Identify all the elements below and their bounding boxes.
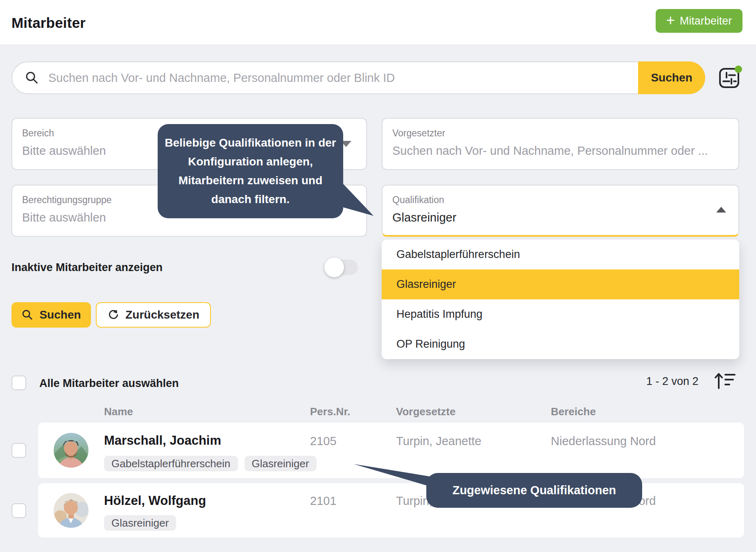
row1-bereiche: Niederlassung Nord <box>551 434 656 448</box>
qualifikation-select[interactable]: Qualifikation Glasreiniger <box>382 185 739 237</box>
column-header-vorgesetzte: Vorgesetzte <box>396 405 455 418</box>
dropdown-option-gabelstaplerfuehrerschein[interactable]: Gabelstaplerführerschein <box>382 240 739 269</box>
plus-icon: + <box>666 13 675 28</box>
sort-button[interactable] <box>714 371 736 391</box>
berechtigungsgruppe-placeholder: Bitte auswählen <box>22 211 106 224</box>
vorgesetzter-label: Vorgesetzter <box>392 128 445 139</box>
row1-vorgesetzte: Turpin, Jeanette <box>396 434 482 448</box>
qualifikation-value: Glasreiniger <box>392 211 456 224</box>
avatar-photo-joachim <box>54 433 88 468</box>
bereich-placeholder: Bitte auswählen <box>22 144 106 158</box>
filter-search-button[interactable]: Suchen <box>11 302 91 328</box>
qualification-tag: Gabelstaplerführerschein <box>104 456 238 471</box>
result-count: 1 - 2 von 2 <box>646 375 699 388</box>
filter-search-label: Suchen <box>39 308 81 321</box>
vorgesetzter-placeholder: Suchen nach Vor- und Nachname, Personaln… <box>392 144 708 158</box>
row2-name: Hölzel, Wolfgang <box>104 493 206 508</box>
dropdown-option-glasreiniger-selected[interactable]: Glasreiniger <box>382 269 739 299</box>
page-header: Mitarbeiter + Mitarbeiter <box>0 0 756 45</box>
add-employee-button[interactable]: + Mitarbeiter <box>656 9 742 33</box>
assigned-qualifications-tooltip: Zugewiesene Qualifikationen <box>426 473 642 508</box>
column-header-persnr: Pers.Nr. <box>310 405 350 418</box>
filter-settings-button[interactable] <box>717 65 742 90</box>
inactive-employees-toggle[interactable] <box>327 260 358 275</box>
row2-tags: Glasreiniger <box>104 515 176 531</box>
row2-checkbox[interactable] <box>11 503 26 518</box>
berechtigungsgruppe-label: Berechtigungsgruppe <box>22 195 112 206</box>
qualifikation-label: Qualifikation <box>392 195 444 206</box>
dropdown-option-op-reinigung[interactable]: OP Reinigung <box>382 329 739 359</box>
avatar-photo-wolfgang <box>54 493 88 528</box>
toggle-knob <box>324 258 344 277</box>
page-title: Mitarbeiter <box>11 15 86 31</box>
row1-persnr: 2105 <box>310 434 337 448</box>
qualification-tag: Glasreiniger <box>104 515 176 531</box>
dropdown-option-hepatitis-impfung[interactable]: Hepatitis Impfung <box>382 299 739 329</box>
search-submit-button[interactable]: Suchen <box>638 61 705 94</box>
column-header-bereiche: Bereiche <box>551 405 596 418</box>
row1-name: Marschall, Joachim <box>104 433 221 448</box>
search-input[interactable] <box>48 71 627 85</box>
select-all-checkbox[interactable] <box>11 376 26 390</box>
refresh-icon <box>107 309 120 321</box>
sort-icon <box>714 371 736 391</box>
filter-sliders-icon <box>717 65 742 90</box>
column-header-name: Name <box>104 405 133 418</box>
hint-tooltip: Beliebige Qualifikationen in der Konfigu… <box>158 124 343 218</box>
row1-tags: Gabelstaplerführerschein Glasreiniger <box>104 456 317 471</box>
employees-page: { "header": { "title": "Mitarbeiter", "a… <box>0 0 756 552</box>
row1-checkbox[interactable] <box>11 443 26 458</box>
filter-reset-button[interactable]: Zurücksetzen <box>96 302 211 328</box>
search-icon <box>25 70 39 85</box>
add-employee-label: Mitarbeiter <box>680 15 732 27</box>
qualifikation-dropdown: Gabelstaplerführerschein Glasreiniger He… <box>382 240 739 359</box>
filter-reset-label: Zurücksetzen <box>125 308 199 321</box>
select-all-label: Alle Mitarbeiter auswählen <box>39 377 179 390</box>
row2-avatar <box>54 493 88 528</box>
search-bar: Suchen <box>11 61 705 94</box>
row2-persnr: 2101 <box>310 494 337 508</box>
active-filter-dot <box>735 66 742 73</box>
qualification-tag: Glasreiniger <box>244 456 317 471</box>
bereich-label: Bereich <box>22 128 54 139</box>
row1-avatar <box>54 433 88 468</box>
search-icon <box>21 309 34 321</box>
chevron-up-icon <box>716 207 726 213</box>
vorgesetzter-input[interactable]: Vorgesetzter Suchen nach Vor- und Nachna… <box>382 118 739 170</box>
inactive-toggle-label: Inaktive Mitarbeiter anzeigen <box>11 261 163 274</box>
